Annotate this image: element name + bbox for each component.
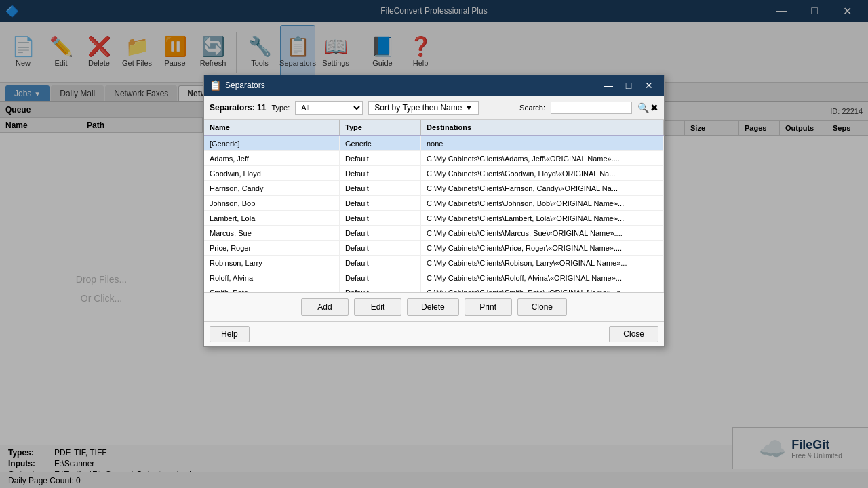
dialog-cell-name: Price, Roger — [204, 241, 340, 255]
th-name: Name — [204, 120, 340, 135]
dialog-cell-dest: C:\My Cabinets\Clients\Robison, Larry\«O… — [421, 256, 664, 270]
dialog-row[interactable]: Harrison, Candy Default C:\My Cabinets\C… — [204, 181, 664, 196]
dialog-cell-type: Default — [340, 151, 421, 165]
dialog-title-text: Separators — [225, 81, 265, 90]
dialog-minimize-button[interactable]: — — [599, 78, 618, 93]
dialog-table-header: Name Type Destinations — [204, 120, 664, 136]
dialog-cell-dest: C:\My Cabinets\Clients\Harrison, Candy\«… — [421, 181, 664, 195]
dialog-row[interactable]: Robinson, Larry Default C:\My Cabinets\C… — [204, 256, 664, 270]
type-select[interactable]: All Default Generic — [295, 101, 363, 115]
edit-separator-button[interactable]: Edit — [354, 298, 401, 316]
dialog-cell-type: Default — [340, 285, 421, 292]
dialog-title-bar: 📋 Separators — □ ✕ — [204, 75, 664, 96]
dialog-cell-type: Default — [340, 241, 421, 255]
dialog-cell-dest: C:\My Cabinets\Clients\Goodwin, Lloyd\«O… — [421, 166, 664, 180]
dialog-table-body: [Generic] Generic none Adams, Jeff Defau… — [204, 136, 664, 292]
dialog-cell-name: Roloff, Alvina — [204, 270, 340, 285]
dialog-cell-type: Default — [340, 166, 421, 180]
sort-button[interactable]: Sort by Type then Name ▼ — [368, 101, 479, 115]
dialog-help-button[interactable]: Help — [210, 326, 250, 342]
dialog-cell-dest: C:\My Cabinets\Clients\Smith, Pete\«ORIG… — [421, 285, 664, 292]
search-icon-group: 🔍 ✖ — [637, 102, 658, 113]
dialog-title-icon: 📋 — [210, 80, 221, 91]
th-destinations: Destinations — [421, 120, 664, 135]
dialog-cell-dest: C:\My Cabinets\Clients\Johnson, Bob\«ORI… — [421, 196, 664, 210]
dialog-footer: Add Edit Delete Print Clone — [204, 292, 664, 321]
dialog-cell-name: Goodwin, Lloyd — [204, 166, 340, 180]
dialog-row[interactable]: Johnson, Bob Default C:\My Cabinets\Clie… — [204, 196, 664, 211]
dialog-cell-dest: C:\My Cabinets\Clients\Price, Roger\«ORI… — [421, 241, 664, 255]
dialog-row[interactable]: Price, Roger Default C:\My Cabinets\Clie… — [204, 241, 664, 256]
sort-chevron-icon: ▼ — [465, 103, 473, 113]
dialog-cell-name: Johnson, Bob — [204, 196, 340, 210]
dialog-cell-type: Default — [340, 181, 421, 195]
separators-count: Separators: 11 — [210, 103, 266, 113]
dialog-cell-name: [Generic] — [204, 136, 340, 150]
print-button[interactable]: Print — [465, 298, 512, 316]
search-label: Search: — [519, 104, 545, 112]
dialog-cell-name: Robinson, Larry — [204, 256, 340, 270]
dialog-row[interactable]: Smith, Pete Default C:\My Cabinets\Clien… — [204, 285, 664, 292]
dialog-title-controls: — □ ✕ — [599, 78, 658, 93]
dialog-cell-name: Adams, Jeff — [204, 151, 340, 165]
search-input[interactable] — [551, 102, 632, 114]
sort-label: Sort by Type then Name — [374, 103, 462, 113]
dialog-close-button[interactable]: Close — [609, 326, 658, 342]
dialog-cell-dest: C:\My Cabinets\Clients\Marcus, Sue\«ORIG… — [421, 226, 664, 240]
dialog-cell-name: Smith, Pete — [204, 285, 340, 292]
dialog-row[interactable]: [Generic] Generic none — [204, 136, 664, 151]
dialog-cell-dest: C:\My Cabinets\Clients\Roloff, Alvina\«O… — [421, 270, 664, 285]
dialog-cell-name: Lambert, Lola — [204, 211, 340, 225]
dialog-cell-type: Default — [340, 256, 421, 270]
dialog-cell-name: Marcus, Sue — [204, 226, 340, 240]
separators-dialog: 📋 Separators — □ ✕ Separators: 11 Type: … — [203, 75, 665, 347]
dialog-row[interactable]: Roloff, Alvina Default C:\My Cabinets\Cl… — [204, 270, 664, 285]
dialog-row[interactable]: Goodwin, Lloyd Default C:\My Cabinets\Cl… — [204, 166, 664, 181]
dialog-cell-type: Default — [340, 226, 421, 240]
dialog-cell-type: Default — [340, 196, 421, 210]
dialog-cell-name: Harrison, Candy — [204, 181, 340, 195]
type-label: Type: — [271, 104, 290, 112]
dialog-cell-dest: C:\My Cabinets\Clients\Adams, Jeff\«ORIG… — [421, 151, 664, 165]
dialog-row[interactable]: Marcus, Sue Default C:\My Cabinets\Clien… — [204, 226, 664, 241]
dialog-maximize-button[interactable]: □ — [619, 78, 638, 93]
dialog-cell-type: Generic — [340, 136, 421, 150]
dialog-row[interactable]: Lambert, Lola Default C:\My Cabinets\Cli… — [204, 211, 664, 226]
dialog-row[interactable]: Adams, Jeff Default C:\My Cabinets\Clien… — [204, 151, 664, 166]
add-button[interactable]: Add — [301, 298, 349, 316]
dialog-cell-dest: C:\My Cabinets\Clients\Lambert, Lola\«OR… — [421, 211, 664, 225]
th-type: Type — [340, 120, 421, 135]
clone-button[interactable]: Clone — [517, 298, 567, 316]
dialog-close-x-button[interactable]: ✕ — [639, 78, 658, 93]
dialog-help-row: Help Close — [204, 321, 664, 346]
dialog-cell-dest: none — [421, 136, 664, 150]
search-clear-button[interactable]: ✖ — [650, 102, 658, 113]
dialog-cell-type: Default — [340, 211, 421, 225]
dialog-cell-type: Default — [340, 270, 421, 285]
search-go-button[interactable]: 🔍 — [637, 102, 649, 113]
dialog-toolbar: Separators: 11 Type: All Default Generic… — [204, 96, 664, 120]
delete-separator-button[interactable]: Delete — [407, 298, 459, 316]
